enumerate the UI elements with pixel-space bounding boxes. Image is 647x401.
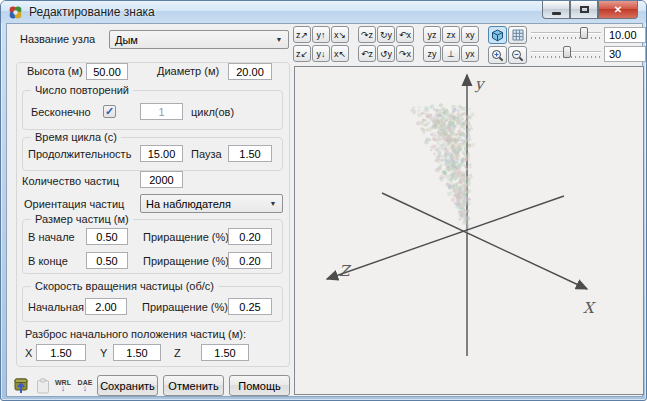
spread-z-input[interactable] (201, 344, 249, 361)
maximize-button[interactable] (570, 1, 598, 19)
spread-y-input[interactable] (113, 344, 161, 361)
translate-y-minus-button[interactable]: y↓ (312, 45, 330, 62)
close-icon: ✕ (614, 4, 622, 15)
view-yx-button[interactable]: yx (461, 45, 479, 62)
size-end-inc-label: Приращение (%) (143, 255, 229, 267)
diameter-input[interactable] (228, 63, 272, 80)
cube-icon (491, 29, 504, 42)
node-name-value: Дым (115, 34, 138, 46)
chevron-down-icon: ▼ (265, 196, 281, 211)
cancel-button[interactable]: Отменить (163, 375, 224, 396)
node-name-select[interactable]: Дым ▼ (109, 30, 289, 49)
check-icon: ✓ (105, 106, 114, 117)
spread-label: Разброс начального положения частиц (м): (25, 328, 246, 340)
infinite-label: Бесконечно (31, 106, 91, 118)
maximize-icon (580, 6, 589, 13)
grid-value-field[interactable]: 30 (604, 46, 646, 62)
download-arrow-icon: ↓ (83, 386, 88, 391)
rotate-y-minus-button[interactable]: ↺y (377, 45, 395, 62)
client-area: Название узла Дым ▼ Высота (м) Диаметр (… (6, 23, 643, 397)
size-end-label: В конце (28, 255, 68, 267)
view-axes-button[interactable]: ⊥ (442, 45, 460, 62)
translate-z-plus-button[interactable]: z↗ (293, 26, 311, 43)
package-icon (13, 376, 29, 394)
window-title: Редактирование знака (29, 5, 155, 19)
spread-z-label: Z (174, 347, 181, 359)
orientation-select[interactable]: На наблюдателя ▼ (140, 194, 283, 213)
pause-label: Пауза (191, 148, 222, 160)
size-start-input[interactable] (86, 228, 128, 245)
view-zy-button[interactable]: zy (423, 45, 441, 62)
zoom-slider[interactable] (531, 26, 601, 42)
export-wrl-button[interactable]: WRL ↓ (53, 374, 73, 396)
duration-input[interactable] (140, 145, 183, 162)
orientation-value: На наблюдателя (146, 198, 231, 210)
app-icon (8, 5, 23, 20)
rotate-z-minus-button[interactable]: ↶z (358, 45, 376, 62)
grid-toggle-button[interactable] (508, 26, 527, 44)
zoom-out-button[interactable] (508, 46, 527, 64)
diameter-label: Диаметр (м) (157, 65, 219, 77)
smoke-particles (295, 67, 643, 394)
viewport-3d[interactable]: y X Z (294, 66, 644, 395)
perspective-view-button[interactable] (488, 26, 507, 44)
cycles-suffix-label: цикл(ов) (191, 106, 234, 118)
zoom-in-button[interactable] (488, 46, 507, 64)
view-xy-button[interactable]: xy (461, 26, 479, 43)
grid-slider[interactable] (531, 45, 601, 61)
size-end-input[interactable] (86, 252, 128, 269)
slider-track (531, 32, 601, 34)
minimize-icon (552, 12, 561, 15)
duration-label: Продолжительность (28, 148, 131, 160)
height-input[interactable] (86, 63, 128, 80)
clipboard-icon (36, 378, 50, 394)
grid-icon (512, 29, 524, 41)
save-button[interactable]: Сохранить (97, 375, 158, 396)
cycle-time-group-title: Время цикла (с) (31, 131, 121, 143)
size-end-inc-input[interactable] (228, 252, 272, 269)
rotate-x-plus-button[interactable]: ↶x (396, 26, 414, 43)
paste-button[interactable] (33, 375, 53, 397)
zoom-value-field[interactable]: 10.00 (604, 27, 646, 43)
caption-buttons: ✕ (542, 1, 638, 19)
translate-x-plus-button[interactable]: x↘ (331, 26, 349, 43)
size-start-inc-input[interactable] (228, 228, 272, 245)
rotate-x-minus-button[interactable]: ↷x (396, 45, 414, 62)
cycles-input[interactable] (140, 103, 183, 120)
repeat-group-title: Число повторений (31, 84, 133, 96)
slider-ticks (531, 37, 601, 39)
particle-count-input[interactable] (140, 171, 183, 188)
height-label: Высота (м) (27, 65, 83, 77)
node-name-label: Название узла (20, 33, 95, 45)
download-arrow-icon: ↓ (61, 386, 66, 391)
infinite-checkbox[interactable]: ✓ (103, 105, 116, 118)
rotate-y-plus-button[interactable]: ↻y (377, 26, 395, 43)
slider-thumb[interactable] (580, 27, 588, 39)
dialog-window: Редактирование знака ✕ Название узла Дым… (0, 0, 647, 401)
zoom-in-icon (491, 49, 504, 62)
orientation-label: Ориентация частиц (24, 198, 124, 210)
spread-y-label: Y (100, 347, 107, 359)
translate-x-minus-button[interactable]: x↖ (331, 45, 349, 62)
rotation-inc-input[interactable] (228, 298, 272, 315)
rotate-z-plus-button[interactable]: ↷z (358, 26, 376, 43)
pause-input[interactable] (228, 145, 272, 162)
help-button[interactable]: Помощь (229, 375, 290, 396)
export-package-button[interactable] (11, 374, 31, 396)
translate-y-plus-button[interactable]: y↑ (312, 26, 330, 43)
close-button[interactable]: ✕ (598, 1, 638, 19)
export-dae-button[interactable]: DAE ↓ (75, 374, 95, 396)
particle-count-label: Количество частиц (22, 175, 119, 187)
chevron-down-icon: ▼ (271, 32, 287, 47)
spread-x-label: X (25, 347, 32, 359)
size-group-title: Размер частиц (м) (31, 213, 133, 225)
view-yz-button[interactable]: yz (423, 26, 441, 43)
rotation-initial-input[interactable] (85, 298, 127, 315)
zoom-out-icon (511, 49, 524, 62)
translate-z-minus-button[interactable]: z↙ (293, 45, 311, 62)
slider-thumb[interactable] (563, 46, 571, 58)
minimize-button[interactable] (542, 1, 570, 19)
rotation-group-title: Скорость вращения частицы (об/с) (31, 280, 218, 292)
view-zx-button[interactable]: zx (442, 26, 460, 43)
spread-x-input[interactable] (36, 344, 86, 361)
